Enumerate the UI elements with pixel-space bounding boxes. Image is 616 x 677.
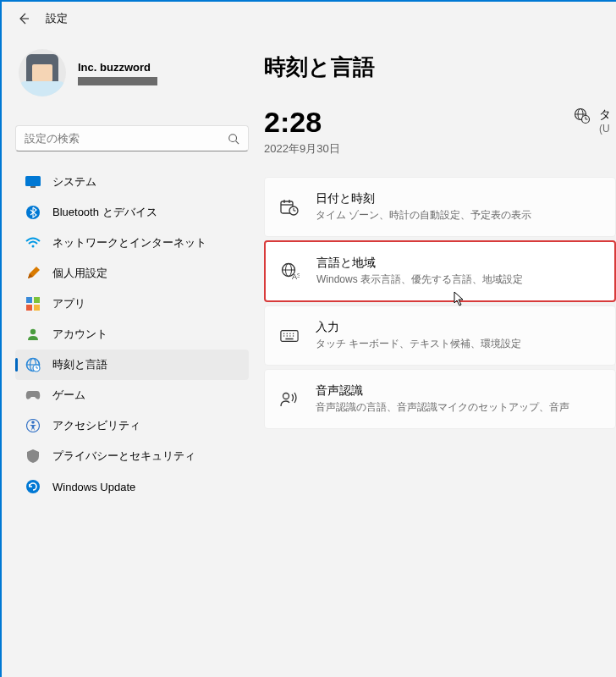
svg-point-11 xyxy=(30,329,36,334)
svg-point-46 xyxy=(293,335,294,336)
sidebar-item-label: Windows Update xyxy=(52,481,135,493)
svg-rect-47 xyxy=(285,338,293,338)
svg-rect-8 xyxy=(34,297,40,303)
sidebar-item-system[interactable]: システム xyxy=(15,167,249,197)
sidebar-item-time-language[interactable]: 時刻と言語 xyxy=(15,350,249,380)
svg-point-20 xyxy=(26,480,40,493)
back-button[interactable] xyxy=(15,10,32,27)
system-icon xyxy=(25,174,41,190)
sidebar-item-label: アカウント xyxy=(52,327,107,342)
clock-time: 2:28 xyxy=(264,107,340,136)
sidebar-item-label: 時刻と言語 xyxy=(52,357,107,372)
sidebar-item-label: プライバシーとセキュリティ xyxy=(52,449,195,464)
svg-text:A字: A字 xyxy=(292,272,300,281)
sidebar-item-label: アプリ xyxy=(52,296,85,311)
timezone-label: タ xyxy=(599,107,611,123)
svg-point-39 xyxy=(283,333,284,333)
time-language-icon xyxy=(25,357,41,372)
sidebar-item-accessibility[interactable]: アクセシビリティ xyxy=(15,410,249,441)
mouse-cursor-icon xyxy=(454,291,465,306)
privacy-icon xyxy=(25,449,41,464)
svg-point-45 xyxy=(289,335,290,336)
network-icon xyxy=(25,235,41,250)
profile-section[interactable]: Inc. buzzword xyxy=(15,46,249,108)
bluetooth-icon xyxy=(25,205,41,220)
main-content: 時刻と言語 2:28 2022年9月30日 タ (U 日付と時刻 タイム ゾーン… xyxy=(256,36,616,677)
svg-rect-9 xyxy=(26,305,32,311)
card-desc: Windows 表示言語、優先する言語、地域設定 xyxy=(316,272,523,287)
svg-point-42 xyxy=(293,333,294,333)
svg-point-41 xyxy=(289,333,290,333)
avatar xyxy=(19,49,66,96)
clock-date: 2022年9月30日 xyxy=(264,141,340,157)
page-title: 時刻と言語 xyxy=(264,52,616,82)
sidebar-item-bluetooth[interactable]: Bluetooth とデバイス xyxy=(15,197,249,228)
svg-line-2 xyxy=(236,140,239,144)
profile-email-redacted xyxy=(78,77,157,85)
profile-name: Inc. buzzword xyxy=(78,61,157,74)
sidebar-item-gaming[interactable]: ゲーム xyxy=(15,380,249,410)
svg-point-6 xyxy=(32,245,35,248)
gaming-icon xyxy=(25,388,41,403)
svg-point-1 xyxy=(229,134,237,141)
svg-rect-10 xyxy=(34,305,40,311)
sidebar-item-network[interactable]: ネットワークとインターネット xyxy=(15,228,249,258)
svg-rect-3 xyxy=(25,176,41,186)
timezone-sub: (U xyxy=(599,123,611,135)
header-title: 設定 xyxy=(46,11,68,26)
language-region-icon: A字 xyxy=(281,262,300,281)
svg-point-48 xyxy=(283,393,289,399)
sidebar: Inc. buzzword システム Bluetooth とデバイス ネットワー… xyxy=(2,36,256,677)
sidebar-item-label: Bluetooth とデバイス xyxy=(52,205,157,220)
accounts-icon xyxy=(25,327,41,342)
sidebar-item-apps[interactable]: アプリ xyxy=(15,289,249,319)
personalization-icon xyxy=(25,266,41,281)
card-title: 入力 xyxy=(316,320,521,335)
svg-point-44 xyxy=(287,335,288,336)
card-desc: 音声認識の言語、音声認識マイクのセットアップ、音声 xyxy=(316,400,569,415)
sidebar-item-label: システム xyxy=(52,174,96,190)
card-typing[interactable]: 入力 タッチ キーボード、テキスト候補、環境設定 xyxy=(264,305,616,366)
search-icon xyxy=(228,133,239,145)
speech-icon xyxy=(280,390,299,409)
globe-clock-icon xyxy=(574,107,591,124)
card-language-region[interactable]: A字 言語と地域 Windows 表示言語、優先する言語、地域設定 xyxy=(264,240,616,302)
svg-rect-7 xyxy=(26,297,32,303)
calendar-clock-icon xyxy=(280,198,299,217)
accessibility-icon xyxy=(25,418,41,433)
apps-icon xyxy=(25,296,41,311)
card-title: 言語と地域 xyxy=(316,256,523,271)
card-desc: タイム ゾーン、時計の自動設定、予定表の表示 xyxy=(316,208,531,223)
search-box[interactable] xyxy=(15,125,249,151)
sidebar-item-windows-update[interactable]: Windows Update xyxy=(15,471,249,502)
sidebar-item-personalization[interactable]: 個人用設定 xyxy=(15,258,249,289)
search-input[interactable] xyxy=(25,132,228,145)
windows-update-icon xyxy=(25,479,41,494)
keyboard-icon xyxy=(280,327,299,345)
svg-point-40 xyxy=(287,333,288,333)
sidebar-item-label: ゲーム xyxy=(52,388,85,403)
card-desc: タッチ キーボード、テキスト候補、環境設定 xyxy=(316,337,521,351)
svg-point-43 xyxy=(283,335,284,336)
sidebar-item-label: ネットワークとインターネット xyxy=(52,235,206,250)
sidebar-item-label: 個人用設定 xyxy=(52,266,107,281)
sidebar-item-accounts[interactable]: アカウント xyxy=(15,319,249,350)
card-date-time[interactable]: 日付と時刻 タイム ゾーン、時計の自動設定、予定表の表示 xyxy=(264,177,616,237)
card-title: 日付と時刻 xyxy=(316,191,531,206)
card-speech[interactable]: 音声認識 音声認識の言語、音声認識マイクのセットアップ、音声 xyxy=(264,369,616,429)
svg-rect-4 xyxy=(30,186,36,188)
sidebar-item-label: アクセシビリティ xyxy=(52,418,140,433)
sidebar-item-privacy[interactable]: プライバシーとセキュリティ xyxy=(15,441,249,471)
timezone-section[interactable]: タ (U xyxy=(574,107,616,135)
svg-point-19 xyxy=(31,421,35,424)
card-title: 音声認識 xyxy=(316,383,569,399)
arrow-left-icon xyxy=(17,12,30,25)
